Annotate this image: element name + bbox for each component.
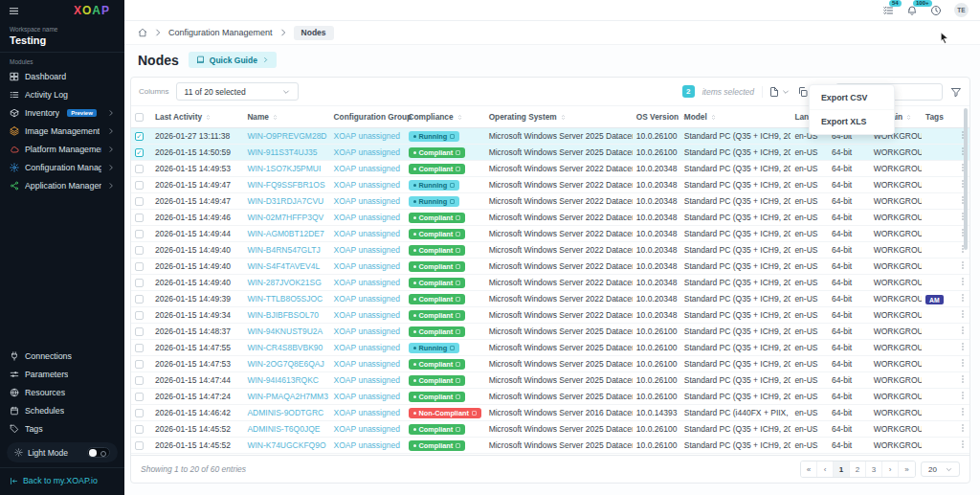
sort-icon[interactable] bbox=[560, 114, 567, 121]
node-name-link[interactable]: WIN-94I4613RQKC bbox=[247, 375, 319, 385]
sidebar-item-inventory[interactable]: InventoryPreview bbox=[0, 103, 124, 122]
row-checkbox[interactable] bbox=[135, 311, 144, 320]
configuration-group-link[interactable]: XOAP unassigned bbox=[334, 131, 400, 141]
page-size-select[interactable]: 20 bbox=[921, 461, 960, 477]
node-name-link[interactable]: ADMINIS-9ODTGRC bbox=[247, 408, 323, 417]
columns-select[interactable]: 11 of 20 selected bbox=[176, 82, 299, 101]
row-checkbox[interactable] bbox=[135, 197, 144, 206]
light-mode-toggle[interactable] bbox=[87, 447, 110, 458]
row-checkbox[interactable] bbox=[135, 230, 144, 238]
configuration-group-link[interactable]: XOAP unassigned bbox=[334, 229, 400, 238]
sort-icon[interactable] bbox=[905, 114, 912, 121]
row-checkbox[interactable] bbox=[135, 148, 144, 157]
pagination-next-button[interactable]: › bbox=[882, 461, 899, 477]
column-header-name[interactable]: Name bbox=[243, 106, 329, 128]
compliance-info-icon[interactable] bbox=[456, 313, 460, 318]
row-checkbox[interactable] bbox=[135, 376, 144, 385]
sort-icon[interactable] bbox=[272, 114, 278, 121]
row-checkbox[interactable] bbox=[135, 393, 144, 401]
sidebar-item-tags[interactable]: Tags bbox=[0, 419, 124, 438]
node-name-link[interactable]: WIN-1SO7KJ5PMUI bbox=[247, 164, 321, 173]
pagination-page-3[interactable]: 3 bbox=[866, 461, 882, 477]
node-name-link[interactable]: WIN-BJIBFBSOL70 bbox=[247, 310, 319, 320]
breadcrumb-item-nodes[interactable]: Nodes bbox=[294, 26, 334, 40]
configuration-group-link[interactable]: XOAP unassigned bbox=[334, 164, 400, 173]
configuration-group-link[interactable]: XOAP unassigned bbox=[334, 392, 400, 401]
row-checkbox[interactable] bbox=[135, 279, 144, 287]
compliance-info-icon[interactable] bbox=[456, 378, 460, 383]
column-header-configuration-group[interactable]: Configuration Group bbox=[330, 106, 405, 128]
kebab-menu-icon[interactable] bbox=[958, 439, 968, 449]
column-header-compliance[interactable]: Compliance bbox=[405, 106, 485, 128]
kebab-menu-icon[interactable] bbox=[958, 407, 968, 416]
configuration-group-link[interactable]: XOAP unassigned bbox=[334, 343, 400, 352]
kebab-menu-icon[interactable] bbox=[958, 358, 968, 368]
table-scrollbar[interactable] bbox=[964, 108, 968, 250]
sort-icon[interactable] bbox=[457, 114, 463, 121]
row-checkbox[interactable] bbox=[135, 262, 144, 271]
compliance-info-icon[interactable] bbox=[472, 411, 477, 416]
column-header-tags[interactable]: Tags bbox=[922, 106, 954, 128]
pagination-page-2[interactable]: 2 bbox=[850, 461, 866, 477]
column-header-last-activity[interactable]: Last Activity bbox=[151, 106, 243, 128]
sidebar-item-image-management[interactable]: Image Management bbox=[0, 122, 124, 140]
compliance-info-icon[interactable] bbox=[456, 281, 460, 285]
pagination-page-1[interactable]: 1 bbox=[834, 461, 850, 477]
configuration-group-link[interactable]: XOAP unassigned bbox=[334, 196, 400, 206]
configuration-group-link[interactable]: XOAP unassigned bbox=[334, 375, 400, 385]
node-name-link[interactable]: WIN-TTLB8O5SJOC bbox=[247, 294, 323, 304]
compliance-info-icon[interactable] bbox=[456, 443, 460, 448]
home-icon[interactable] bbox=[138, 28, 147, 37]
quick-guide-button[interactable]: Quick Guide bbox=[189, 52, 277, 68]
row-checkbox[interactable] bbox=[135, 425, 144, 434]
kebab-menu-icon[interactable] bbox=[958, 423, 968, 433]
configuration-group-link[interactable]: XOAP unassigned bbox=[334, 147, 400, 157]
kebab-menu-icon[interactable] bbox=[958, 326, 968, 335]
compliance-info-icon[interactable] bbox=[456, 248, 460, 253]
notifications-button[interactable]: 100+ bbox=[906, 5, 918, 16]
node-name-link[interactable]: WIN-FQ9SSFBR1OS bbox=[247, 180, 324, 190]
sidebar-item-dashboard[interactable]: Dashboard bbox=[0, 67, 124, 85]
configuration-group-link[interactable]: XOAP unassigned bbox=[334, 310, 400, 320]
row-checkbox[interactable] bbox=[135, 344, 144, 352]
configuration-group-link[interactable]: XOAP unassigned bbox=[334, 294, 400, 304]
tasks-button[interactable]: 54 bbox=[882, 5, 894, 16]
row-checkbox[interactable] bbox=[135, 327, 144, 336]
configuration-group-link[interactable]: XOAP unassigned bbox=[334, 424, 400, 434]
sort-icon[interactable] bbox=[205, 114, 212, 121]
sidebar-item-parameters[interactable]: Parameters bbox=[0, 365, 124, 383]
configuration-group-link[interactable]: XOAP unassigned bbox=[334, 261, 400, 271]
row-checkbox[interactable] bbox=[135, 360, 144, 369]
row-checkbox[interactable] bbox=[135, 181, 144, 190]
row-checkbox[interactable] bbox=[135, 246, 144, 255]
sidebar-item-connections[interactable]: Connections bbox=[0, 347, 124, 365]
kebab-menu-icon[interactable] bbox=[958, 391, 968, 400]
back-to-xoap-link[interactable]: Back to my.XOAP.io bbox=[0, 467, 124, 493]
compliance-info-icon[interactable] bbox=[456, 150, 460, 155]
sort-icon[interactable] bbox=[710, 114, 717, 121]
row-checkbox[interactable] bbox=[135, 409, 144, 417]
sidebar-item-platform-management[interactable]: Platform Management bbox=[0, 140, 124, 158]
sidebar-item-resources[interactable]: Resources bbox=[0, 383, 124, 401]
history-button[interactable] bbox=[930, 5, 942, 16]
configuration-group-link[interactable]: XOAP unassigned bbox=[334, 359, 400, 369]
compliance-info-icon[interactable] bbox=[450, 199, 455, 204]
node-name-link[interactable]: WIN-PMAQA2H7MM3 bbox=[247, 392, 328, 401]
configuration-group-link[interactable]: XOAP unassigned bbox=[334, 440, 400, 450]
compliance-info-icon[interactable] bbox=[456, 394, 460, 399]
node-name-link[interactable]: WIN-CR4S8BVBK90 bbox=[247, 343, 323, 352]
node-name-link[interactable]: WIN-911S3T4UJ35 bbox=[247, 147, 317, 157]
export-button[interactable] bbox=[762, 86, 790, 98]
compliance-info-icon[interactable] bbox=[456, 297, 460, 302]
pagination-prev-button[interactable]: ‹ bbox=[817, 461, 834, 477]
node-name-link[interactable]: WIN-287JVOK21SG bbox=[247, 278, 321, 287]
node-name-link[interactable]: WIN-S4F4TAVEV4L bbox=[247, 261, 320, 271]
node-name-link[interactable]: WIN-B4RN547GLTJ bbox=[247, 245, 320, 255]
compliance-info-icon[interactable] bbox=[450, 183, 455, 188]
kebab-menu-icon[interactable] bbox=[958, 260, 968, 270]
sidebar-item-configuration-management[interactable]: Configuration Management bbox=[0, 158, 124, 176]
kebab-menu-icon[interactable] bbox=[958, 342, 968, 351]
configuration-group-link[interactable]: XOAP unassigned bbox=[334, 180, 400, 190]
configuration-group-link[interactable]: XOAP unassigned bbox=[334, 278, 400, 287]
configuration-group-link[interactable]: XOAP unassigned bbox=[334, 213, 400, 222]
